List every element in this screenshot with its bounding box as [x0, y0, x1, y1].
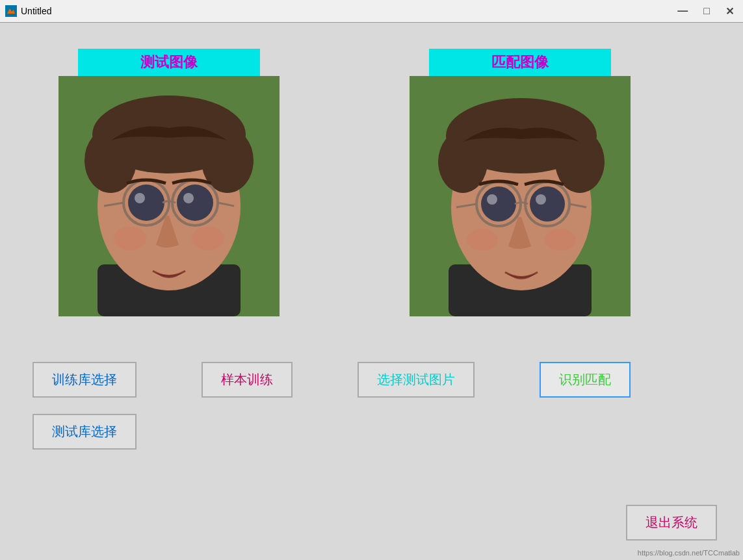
buttons-row-1: 训练库选择 样本训练 选择测试图片 识别匹配: [33, 362, 723, 398]
exit-button-container: 退出系统: [626, 505, 717, 541]
svg-point-17: [114, 227, 146, 250]
svg-point-28: [487, 194, 497, 205]
test-image-panel: 测试图像: [59, 49, 280, 316]
titlebar: Untitled — □ ✕: [0, 0, 743, 23]
test-image-display: [59, 76, 280, 316]
exit-system-button[interactable]: 退出系统: [626, 505, 717, 541]
train-db-button[interactable]: 训练库选择: [33, 362, 137, 398]
select-test-button[interactable]: 选择测试图片: [358, 362, 475, 398]
match-face-svg: [410, 76, 631, 316]
titlebar-controls: — □ ✕: [673, 4, 738, 19]
titlebar-left: Untitled: [5, 5, 51, 17]
svg-point-30: [530, 186, 565, 222]
match-image-display: [410, 76, 631, 316]
window-title: Untitled: [21, 6, 51, 16]
svg-point-27: [481, 186, 516, 222]
svg-point-10: [135, 193, 145, 203]
svg-point-13: [183, 193, 194, 203]
images-row: 测试图像: [59, 49, 723, 316]
sample-train-button[interactable]: 样本训练: [202, 362, 293, 398]
svg-point-35: [545, 229, 576, 251]
svg-point-18: [192, 227, 224, 250]
test-face-svg: [59, 76, 280, 316]
minimize-button[interactable]: —: [673, 4, 692, 19]
main-content: 测试图像: [0, 23, 743, 560]
svg-point-9: [128, 185, 164, 221]
svg-point-12: [177, 185, 213, 221]
test-db-button[interactable]: 测试库选择: [33, 414, 137, 450]
svg-point-31: [536, 194, 546, 205]
svg-point-34: [467, 229, 498, 251]
close-button[interactable]: ✕: [722, 4, 738, 19]
matlab-icon: [5, 5, 17, 17]
match-image-label: 匹配图像: [429, 49, 611, 76]
buttons-row-2: 测试库选择: [33, 414, 723, 450]
watermark: https://blog.csdn.net/TCCmatlab: [638, 549, 740, 557]
maximize-button[interactable]: □: [699, 4, 714, 19]
test-image-label: 测试图像: [78, 49, 260, 76]
match-image-panel: 匹配图像: [410, 49, 631, 316]
buttons-area: 训练库选择 样本训练 选择测试图片 识别匹配 测试库选择: [33, 362, 723, 450]
recognize-match-button[interactable]: 识别匹配: [540, 362, 631, 398]
